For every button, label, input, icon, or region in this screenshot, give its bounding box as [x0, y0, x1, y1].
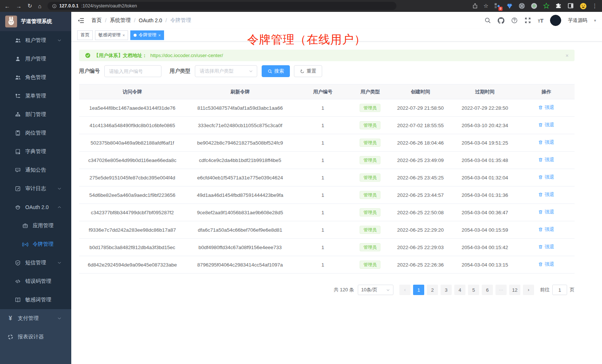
- browser-back-icon[interactable]: ←: [4, 3, 10, 9]
- main-area: 令牌管理（在线用户） 首页 / 系统管理 / OAuth 2.0 / 令牌管理: [71, 12, 602, 364]
- pager-next-icon[interactable]: ›: [523, 285, 534, 295]
- gem-extension-icon[interactable]: [506, 3, 513, 9]
- sidebar-item-3[interactable]: 菜单管理: [0, 87, 71, 105]
- user-type-select[interactable]: 请选择用户类型: [195, 65, 257, 77]
- github-icon[interactable]: [498, 17, 504, 24]
- search-button[interactable]: 搜索: [262, 65, 290, 77]
- sidebar-item-5[interactable]: 岗位管理: [0, 124, 71, 142]
- pager-page-5[interactable]: 5: [468, 285, 479, 295]
- force-logout-link[interactable]: 强退: [538, 244, 554, 250]
- font-size-icon[interactable]: TT: [538, 17, 543, 24]
- header-search-icon[interactable]: [484, 17, 491, 24]
- users-icon: [15, 37, 21, 43]
- user-avatar[interactable]: [550, 15, 561, 26]
- user-id-input[interactable]: [104, 65, 161, 77]
- sidebar-item-0[interactable]: 租户管理: [0, 31, 71, 50]
- green-dot-extension-icon[interactable]: [531, 3, 537, 9]
- sidebar-item-11[interactable]: 令牌管理: [0, 235, 71, 254]
- sidebar-item-16[interactable]: 报表设计器: [0, 328, 71, 346]
- browser-home-icon[interactable]: ⌂: [38, 3, 42, 9]
- table-header-row: 访问令牌刷新令牌用户编号用户类型创建时间过期时间操作: [79, 85, 575, 99]
- force-logout-link[interactable]: 强退: [538, 139, 554, 146]
- force-logout-link[interactable]: 强退: [538, 226, 554, 233]
- fullscreen-icon[interactable]: [524, 17, 531, 24]
- reset-button[interactable]: 重置: [294, 65, 322, 77]
- sidebar-item-1[interactable]: 用户管理: [0, 50, 71, 68]
- pager-page-12[interactable]: 12: [509, 285, 520, 295]
- pager-page-1[interactable]: 1: [413, 285, 424, 295]
- user-type-cell: 管理员: [351, 221, 389, 239]
- sidebar-item-7[interactable]: 通知公告: [0, 161, 71, 179]
- alert-close-icon[interactable]: ×: [566, 53, 569, 59]
- browser-forward-icon[interactable]: →: [16, 3, 22, 9]
- browser-menu-dots-icon[interactable]: ⋮: [592, 3, 598, 9]
- username-label[interactable]: 芋道源码: [568, 17, 587, 24]
- browser-reload-icon[interactable]: ↻: [27, 3, 32, 9]
- gray-circle-extension-icon[interactable]: [518, 3, 525, 9]
- address-bar[interactable]: 127.0.0.1:1024/system/oauth2/token: [48, 2, 396, 10]
- site-info-icon[interactable]: [52, 4, 57, 9]
- sidebar-item-6[interactable]: 字典管理: [0, 142, 71, 161]
- force-logout-link[interactable]: 强退: [538, 156, 554, 163]
- pager-page-3[interactable]: 3: [441, 285, 452, 295]
- force-logout-link[interactable]: 强退: [538, 191, 554, 198]
- share-icon[interactable]: [472, 3, 478, 9]
- sidebar-square-icon[interactable]: [567, 3, 574, 9]
- puzzle-extension-icon[interactable]: [555, 3, 562, 9]
- refresh-token-cell: 8796295f04064c2983414cc54af1097a: [186, 256, 295, 274]
- alert-doc-link[interactable]: https://doc.iocoder.cn/user-center/: [150, 53, 223, 58]
- page-size-select[interactable]: 10条/页: [358, 285, 393, 295]
- help-question-icon[interactable]: [511, 17, 518, 24]
- bookmark-star-icon[interactable]: ☆: [484, 3, 488, 9]
- sidebar-fold-icon[interactable]: [77, 17, 85, 24]
- breadcrumb: 首页 / 系统管理 / OAuth 2.0 / 令牌管理: [91, 17, 191, 24]
- created-time-cell: 2022-07-29 21:58:50: [389, 99, 452, 117]
- tag-tab-2[interactable]: 令牌管理×: [130, 30, 164, 40]
- sidebar-item-2[interactable]: 角色管理: [0, 68, 71, 87]
- sidebar-item-8[interactable]: 审计日志: [0, 179, 71, 198]
- breadcrumb-oauth[interactable]: OAuth 2.0: [139, 17, 162, 23]
- pager-page-6[interactable]: 6: [482, 285, 493, 295]
- tag-tab-1[interactable]: 敏感词管理×: [95, 30, 128, 40]
- user-caret-down-icon[interactable]: ▾: [594, 18, 596, 23]
- created-time-cell: 2022-06-25 23:49:09: [389, 152, 452, 169]
- force-logout-link[interactable]: 强退: [538, 209, 554, 215]
- alert-title: 【用户体系】文档地址：: [94, 52, 147, 59]
- sidebar: 芋道管理系统 租户管理用户管理角色管理菜单管理部门管理岗位管理字典管理通知公告审…: [0, 12, 71, 364]
- extension-badge: 9: [498, 7, 503, 11]
- force-logout-link[interactable]: 强退: [538, 261, 554, 268]
- tag-tab-0[interactable]: 首页: [77, 30, 93, 40]
- breadcrumb-home[interactable]: 首页: [91, 17, 102, 24]
- column-header: 用户编号: [295, 85, 351, 99]
- emoji-face-icon[interactable]: [580, 3, 586, 9]
- action-cell: 强退: [518, 134, 575, 152]
- sidebar-item-label: 报表设计器: [18, 334, 44, 340]
- pager-page-4[interactable]: 4: [454, 285, 465, 295]
- sidebar-item-13[interactable]: 错误码管理: [0, 272, 71, 291]
- sidebar-item-15[interactable]: ¥支付管理: [0, 309, 71, 328]
- breadcrumb-system[interactable]: 系统管理: [110, 17, 131, 24]
- created-time-cell: 2022-06-25 23:44:57: [389, 186, 452, 204]
- refresh-token-cell: e6cfd40eb1f54571a31e775e039c4624: [186, 169, 295, 186]
- search-button-label: 搜索: [274, 68, 284, 75]
- access-token-cell: c342377bf8b344799dcbf7bf095287f2: [79, 204, 186, 221]
- tag-close-icon[interactable]: ×: [158, 33, 160, 37]
- extension-grid-icon[interactable]: 9: [494, 3, 501, 9]
- sidebar-item-4[interactable]: 部门管理: [0, 105, 71, 124]
- pager-more-icon[interactable]: ···: [495, 285, 507, 295]
- app-logo-row[interactable]: 芋道管理系统: [0, 12, 71, 31]
- user-type-label: 用户类型: [170, 68, 190, 75]
- force-logout-link[interactable]: 强退: [538, 104, 554, 111]
- goto-page-input[interactable]: [552, 285, 567, 295]
- green-star-extension-icon[interactable]: [543, 3, 550, 9]
- tag-close-icon[interactable]: ×: [122, 33, 125, 37]
- sidebar-item-oauth2[interactable]: OAuth 2.0: [0, 198, 71, 216]
- sidebar-item-14[interactable]: 敏感词管理: [0, 291, 71, 309]
- sidebar-item-10[interactable]: 应用管理: [0, 216, 71, 235]
- pager-prev-icon[interactable]: ‹: [399, 285, 410, 295]
- force-logout-link[interactable]: 强退: [538, 122, 554, 128]
- force-logout-link[interactable]: 强退: [538, 174, 554, 181]
- pager-page-2[interactable]: 2: [427, 285, 438, 295]
- sidebar-item-12[interactable]: 短信管理: [0, 254, 71, 272]
- action-cell: 强退: [518, 117, 575, 134]
